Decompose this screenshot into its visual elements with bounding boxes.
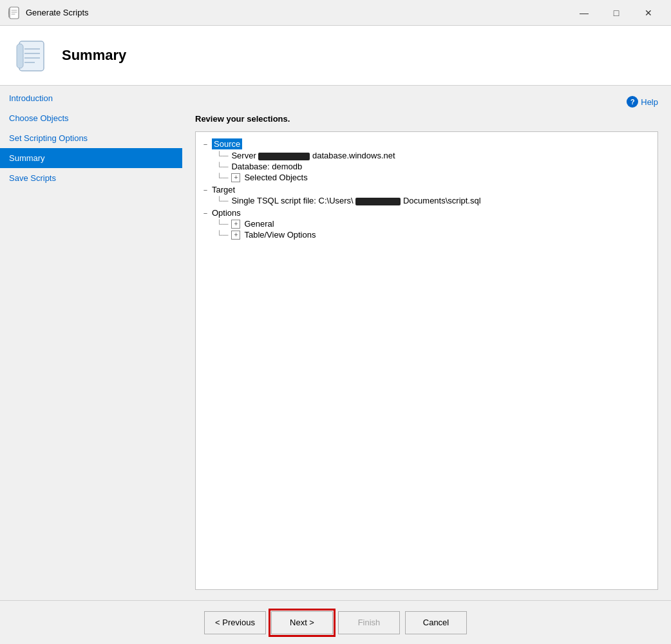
general-connector: └─ [216, 219, 228, 229]
tsql-label: Single TSQL script file: C:\Users\ Docum… [231, 196, 480, 205]
selected-objects-label: Selected Objects [244, 173, 307, 182]
cancel-button[interactable]: Cancel [405, 611, 467, 634]
server-redacted [258, 153, 310, 160]
database-connector: └─ [216, 162, 228, 171]
sidebar-item-introduction[interactable]: Introduction [0, 88, 182, 108]
database-label: Database: demodb [231, 162, 302, 171]
review-label: Review your selections. [195, 114, 658, 124]
tree-node-database: └─ Database: demodb [216, 162, 652, 171]
tsql-redacted [355, 198, 401, 205]
tree-node-server: └─ Server database.windows.net [216, 151, 652, 160]
next-button[interactable]: Next > [271, 611, 333, 634]
sidebar-item-set-scripting-options[interactable]: Set Scripting Options [0, 128, 182, 148]
source-children: └─ Server database.windows.net └─ Databa… [201, 151, 652, 182]
tree-node-tsql: └─ Single TSQL script file: C:\Users\ Do… [216, 196, 652, 205]
minimize-button[interactable]: — [569, 3, 599, 23]
options-children: └─ + General └─ + Table/View Options [201, 219, 652, 240]
sidebar-item-summary[interactable]: Summary [0, 148, 182, 168]
tableview-expand[interactable]: + [231, 231, 240, 240]
tableview-label: Table/View Options [244, 230, 316, 240]
footer: < Previous Next > Finish Cancel [0, 600, 671, 644]
target-toggle[interactable]: − [201, 186, 210, 194]
tree-node-target: − Target [201, 185, 652, 194]
sidebar-item-save-scripts[interactable]: Save Scripts [0, 168, 182, 188]
source-label: Source [212, 138, 242, 149]
help-row: ? Help [195, 96, 658, 108]
close-button[interactable]: ✕ [634, 3, 663, 23]
options-label: Options [212, 208, 241, 218]
sidebar-item-choose-objects[interactable]: Choose Objects [0, 108, 182, 128]
main-content: Summary Introduction Choose Objects Set … [0, 26, 671, 644]
title-bar: Generate Scripts — □ ✕ [0, 0, 671, 26]
tree-node-tableview: └─ + Table/View Options [216, 230, 652, 240]
header: Summary [0, 26, 671, 86]
tree-node-general: └─ + General [216, 219, 652, 229]
tree-node-selected-objects: └─ + Selected Objects [216, 173, 652, 182]
tableview-connector: └─ [216, 230, 228, 240]
target-children: └─ Single TSQL script file: C:\Users\ Do… [201, 196, 652, 205]
header-icon [13, 36, 52, 75]
selected-objects-expand[interactable]: + [231, 173, 240, 182]
help-label: Help [641, 97, 658, 107]
app-icon [8, 6, 21, 19]
tree-box: − Source └─ Server database.windows.net [195, 131, 658, 590]
svg-rect-0 [10, 7, 19, 19]
svg-rect-2 [17, 44, 23, 68]
finish-button[interactable]: Finish [338, 611, 400, 634]
server-connector: └─ [216, 151, 228, 160]
page-title: Summary [62, 47, 126, 64]
tree-node-options: − Options [201, 208, 652, 218]
title-bar-controls: — □ ✕ [569, 3, 663, 23]
right-panel: ? Help Review your selections. − Source … [182, 86, 671, 600]
selected-objects-connector: └─ [216, 173, 228, 182]
title-bar-text: Generate Scripts [26, 8, 569, 17]
sidebar: Introduction Choose Objects Set Scriptin… [0, 86, 182, 600]
general-expand[interactable]: + [231, 220, 240, 229]
tree-node-source: − Source [201, 138, 652, 149]
help-icon: ? [627, 96, 638, 108]
options-toggle[interactable]: − [201, 209, 210, 217]
body: Introduction Choose Objects Set Scriptin… [0, 86, 671, 600]
target-label: Target [212, 185, 235, 194]
maximize-button[interactable]: □ [601, 3, 631, 23]
tsql-connector: └─ [216, 196, 228, 205]
general-label: General [244, 219, 274, 229]
help-button[interactable]: ? Help [627, 96, 658, 108]
server-label: Server database.windows.net [231, 151, 395, 160]
previous-button[interactable]: < Previous [204, 611, 266, 634]
source-toggle[interactable]: − [201, 140, 210, 148]
